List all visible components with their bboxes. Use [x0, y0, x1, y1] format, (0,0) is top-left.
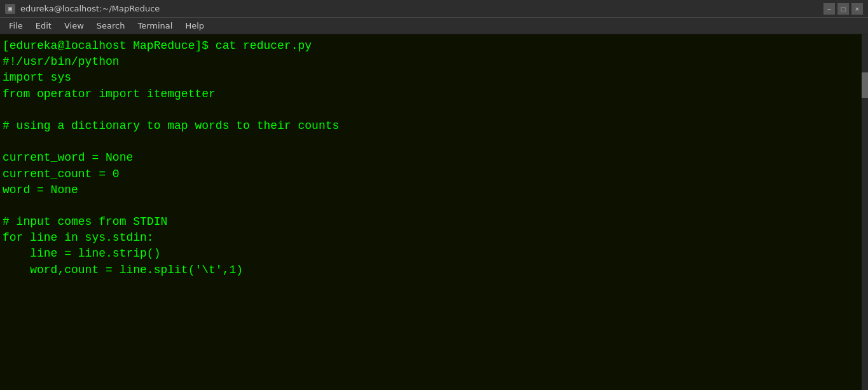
menu-item-help[interactable]: Help [179, 20, 210, 32]
menu-item-file[interactable]: File [3, 20, 29, 32]
window-icon: ▣ [5, 4, 15, 14]
menu-bar: File Edit View Search Terminal Help [0, 18, 868, 34]
scrollbar-thumb[interactable] [862, 72, 868, 98]
menu-item-search[interactable]: Search [90, 20, 132, 32]
terminal-content: [edureka@localhost MapReduce]$ cat reduc… [3, 38, 865, 278]
title-bar: ▣ edureka@localhost:~/MapReduce − □ × [0, 0, 868, 18]
close-button[interactable]: × [851, 3, 863, 15]
menu-item-edit[interactable]: Edit [29, 20, 58, 32]
window-title: edureka@localhost:~/MapReduce [20, 4, 160, 13]
terminal-body[interactable]: [edureka@localhost MapReduce]$ cat reduc… [0, 34, 868, 390]
menu-item-terminal[interactable]: Terminal [131, 20, 179, 32]
menu-item-view[interactable]: View [58, 20, 90, 32]
maximize-button[interactable]: □ [837, 3, 849, 15]
minimize-button[interactable]: − [823, 3, 835, 15]
scrollbar[interactable] [862, 34, 868, 390]
